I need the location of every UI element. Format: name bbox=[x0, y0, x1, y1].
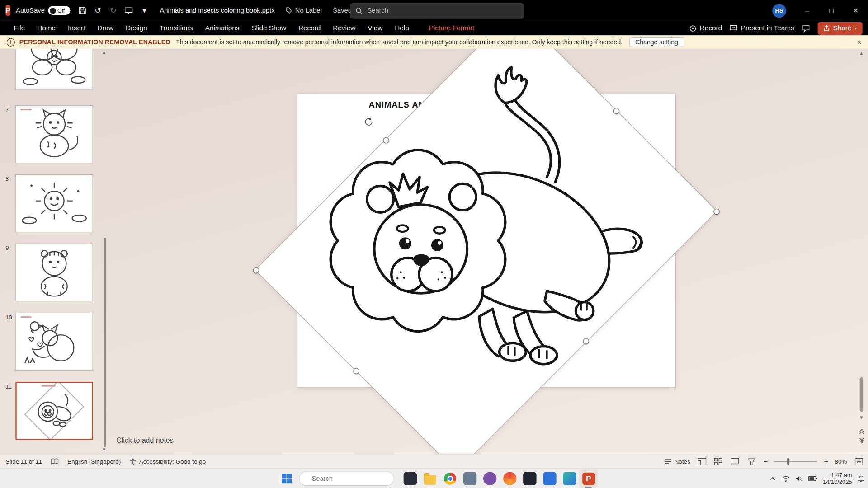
tab-draw[interactable]: Draw bbox=[91, 22, 120, 34]
tab-help[interactable]: Help bbox=[389, 22, 415, 34]
accessibility-status[interactable]: Accessibility: Good to go bbox=[130, 458, 206, 465]
canvas-scrollbar[interactable]: ▲ ▼ bbox=[856, 49, 868, 454]
record-button[interactable]: Record bbox=[689, 24, 722, 32]
lion-image[interactable] bbox=[111, 49, 856, 454]
taskbar-search-input[interactable] bbox=[311, 474, 399, 483]
clock[interactable]: 1:47 am 14/10/2025 bbox=[823, 471, 852, 486]
slideshow-from-start-icon[interactable] bbox=[124, 6, 133, 15]
tab-review[interactable]: Review bbox=[327, 22, 362, 34]
change-setting-button[interactable]: Change setting bbox=[629, 37, 684, 47]
sensitivity-label[interactable]: No Label bbox=[286, 7, 322, 14]
tab-slide-show[interactable]: Slide Show bbox=[245, 22, 292, 34]
zoom-level[interactable]: 80% bbox=[835, 458, 847, 465]
minimize-button[interactable]: – bbox=[795, 0, 819, 21]
thumbnail-slide-6-butterfly[interactable] bbox=[15, 49, 93, 90]
thumbnail-slide-11-lion-selected[interactable] bbox=[15, 382, 93, 440]
scroll-up-icon[interactable]: ▲ bbox=[859, 51, 863, 56]
spellcheck-icon[interactable] bbox=[51, 458, 58, 465]
fit-slide-button[interactable] bbox=[854, 457, 863, 465]
normal-view-button[interactable] bbox=[697, 457, 707, 465]
redo-icon[interactable]: ↻ bbox=[109, 6, 118, 15]
notes-icon bbox=[664, 458, 671, 464]
taskbar-app-8-icon[interactable] bbox=[542, 471, 557, 486]
tab-design[interactable]: Design bbox=[119, 22, 153, 34]
taskbar-search-box[interactable] bbox=[299, 471, 394, 486]
language-indicator[interactable]: English (Singapore) bbox=[67, 458, 121, 465]
thumbnail-slide-8-sun[interactable] bbox=[15, 174, 93, 233]
reading-view-button[interactable] bbox=[730, 457, 740, 465]
tab-insert[interactable]: Insert bbox=[62, 22, 91, 34]
document-title[interactable]: Animals and insects coloring book.pptx bbox=[160, 7, 275, 14]
tab-animations[interactable]: Animations bbox=[199, 22, 245, 34]
thumbnails-scrollbar[interactable] bbox=[104, 238, 106, 447]
taskbar-app-5-icon[interactable] bbox=[483, 471, 497, 486]
maximize-button[interactable]: □ bbox=[819, 0, 844, 21]
slide-canvas[interactable]: ANIMALS AN bbox=[111, 49, 856, 454]
start-button[interactable] bbox=[279, 471, 294, 486]
thumbnail-slide-9-tiger[interactable] bbox=[15, 244, 93, 302]
rotate-handle-icon[interactable] bbox=[363, 117, 373, 127]
thumbnails-scroll-down-icon[interactable]: ▼ bbox=[102, 447, 106, 452]
thumbnails-scroll-up-icon[interactable]: ▲ bbox=[102, 50, 106, 55]
present-in-teams-button[interactable]: Present in Teams bbox=[730, 24, 794, 32]
zoom-out-button[interactable]: − bbox=[763, 457, 767, 465]
close-button[interactable]: × bbox=[844, 0, 868, 21]
resize-handle-top-right[interactable] bbox=[613, 108, 619, 114]
powerpoint-app-icon[interactable]: P bbox=[5, 5, 10, 16]
user-avatar[interactable]: HS bbox=[772, 4, 786, 18]
tab-transitions[interactable]: Transitions bbox=[153, 22, 199, 34]
wifi-icon[interactable] bbox=[782, 475, 790, 482]
thumbnail-slide-7-cat[interactable] bbox=[15, 105, 93, 164]
notifications-bell-icon[interactable] bbox=[858, 475, 865, 482]
next-slide-icon[interactable] bbox=[858, 437, 866, 445]
present-icon bbox=[730, 25, 737, 32]
search-input[interactable] bbox=[366, 6, 519, 15]
taskbar-app-9-icon[interactable] bbox=[562, 471, 577, 486]
banner-close-icon[interactable]: × bbox=[857, 35, 861, 48]
windows-logo-icon bbox=[281, 473, 292, 484]
tab-picture-format[interactable]: Picture Format bbox=[423, 22, 480, 34]
thumbnail-number: 8 bbox=[5, 175, 9, 182]
comments-button[interactable] bbox=[802, 24, 810, 32]
canvas-scrollbar-thumb[interactable] bbox=[860, 377, 864, 412]
volume-icon[interactable] bbox=[796, 475, 803, 482]
zoom-in-button[interactable]: + bbox=[824, 457, 828, 465]
file-explorer-icon[interactable] bbox=[423, 471, 438, 486]
taskbar-app-1-icon[interactable] bbox=[403, 471, 417, 486]
tab-view[interactable]: View bbox=[362, 22, 389, 34]
slide-indicator[interactable]: Slide 11 of 11 bbox=[5, 458, 42, 465]
powerpoint-window: P AutoSave Off ↺ ↻ ▾ Animals and inse bbox=[0, 0, 868, 488]
previous-slide-icon[interactable] bbox=[858, 427, 866, 435]
zoom-slider-thumb[interactable] bbox=[788, 458, 790, 465]
notes-placeholder[interactable]: Click to add notes bbox=[116, 436, 174, 444]
thumbnail-slide-10-fox[interactable] bbox=[15, 313, 93, 371]
zoom-slider[interactable] bbox=[774, 461, 817, 462]
autosave-toggle[interactable]: Off bbox=[48, 6, 70, 15]
undo-icon[interactable]: ↺ bbox=[94, 6, 103, 15]
save-icon[interactable] bbox=[78, 6, 87, 15]
chrome-icon[interactable] bbox=[443, 471, 458, 486]
tray-chevron-up-icon[interactable] bbox=[770, 476, 777, 481]
tab-record[interactable]: Record bbox=[292, 22, 326, 34]
notes-toggle-button[interactable]: Notes bbox=[664, 458, 690, 465]
resize-handle-right[interactable] bbox=[713, 209, 719, 215]
slideshow-view-button[interactable] bbox=[747, 457, 757, 465]
taskbar-app-4-icon[interactable] bbox=[463, 471, 477, 486]
autosave-control[interactable]: AutoSave Off bbox=[16, 6, 70, 15]
taskbar-app-7-icon[interactable] bbox=[523, 471, 537, 486]
resize-handle-top-left[interactable] bbox=[383, 137, 389, 143]
resize-handle-bottom-right[interactable] bbox=[583, 338, 589, 344]
customize-qat-caret-icon[interactable]: ▾ bbox=[140, 6, 149, 15]
slide-sorter-view-button[interactable] bbox=[713, 457, 723, 465]
taskbar-app-6-icon[interactable] bbox=[503, 471, 517, 486]
powerpoint-taskbar-icon[interactable]: P bbox=[581, 471, 596, 486]
resize-handle-left[interactable] bbox=[253, 267, 259, 273]
tab-home[interactable]: Home bbox=[31, 22, 62, 34]
search-box[interactable] bbox=[349, 3, 524, 18]
toggle-knob-icon bbox=[50, 8, 56, 14]
tab-file[interactable]: File bbox=[8, 22, 31, 34]
battery-icon[interactable] bbox=[808, 476, 817, 481]
resize-handle-bottom-left[interactable] bbox=[353, 368, 359, 374]
scroll-down-icon[interactable]: ▼ bbox=[859, 415, 863, 420]
share-button[interactable]: Share ▾ bbox=[817, 22, 863, 34]
